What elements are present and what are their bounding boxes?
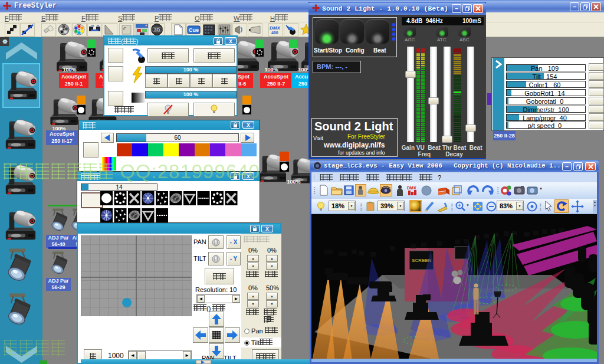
svg-text:3D: 3D (154, 27, 160, 32)
svg-text:DMX: DMX (270, 25, 280, 31)
svg-text:Cue: Cue (189, 27, 199, 33)
svg-text:400: 400 (271, 31, 278, 35)
svg-text:DMX: DMX (407, 186, 416, 190)
